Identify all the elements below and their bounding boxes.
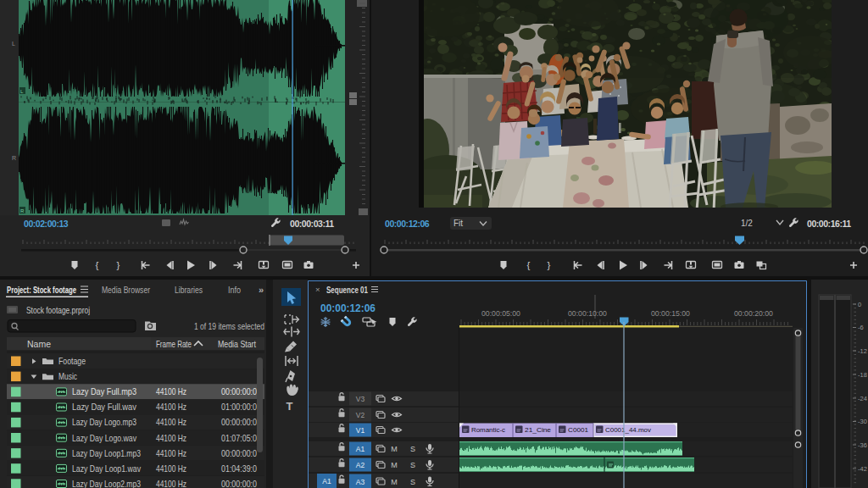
svg-text:M: M: [391, 478, 398, 486]
svg-text:Media Start: Media Start: [218, 339, 256, 349]
svg-text:}: }: [116, 260, 120, 270]
svg-text:»: »: [259, 285, 264, 295]
svg-text:01:00:00:0: 01:00:00:0: [221, 402, 257, 412]
svg-text:T: T: [287, 400, 293, 413]
svg-text:00:00:15:00: 00:00:15:00: [651, 309, 690, 318]
svg-text:00:00:00:0: 00:00:00:0: [221, 448, 257, 458]
svg-text:V2: V2: [356, 411, 365, 419]
svg-text:A1: A1: [356, 445, 365, 453]
svg-text:21_Cine: 21_Cine: [525, 426, 552, 434]
svg-text:Stock footage.prproj: Stock footage.prproj: [26, 305, 90, 315]
svg-text:Footage: Footage: [58, 356, 86, 366]
svg-text:M: M: [391, 461, 398, 469]
svg-text:Lazy Day Logo.mp3: Lazy Day Logo.mp3: [72, 417, 136, 427]
svg-text:Lazy Day Full.mp3: Lazy Day Full.mp3: [72, 386, 136, 396]
svg-text:-18: -18: [858, 371, 867, 379]
svg-text:Lazy Day Loop2.mp3: Lazy Day Loop2.mp3: [72, 479, 141, 488]
svg-text:00:00:12:06: 00:00:12:06: [320, 302, 376, 314]
svg-text:A1: A1: [322, 477, 331, 485]
svg-text:C0001: C0001: [568, 426, 589, 434]
svg-text:44100 Hz: 44100 Hz: [156, 463, 186, 474]
svg-text:-12: -12: [858, 347, 867, 355]
svg-text:Lazy Day Loop1.wav: Lazy Day Loop1.wav: [72, 463, 142, 474]
svg-text:Lazy Day Logo.wav: Lazy Day Logo.wav: [72, 433, 137, 443]
svg-text:00:00:10:00: 00:00:10:00: [568, 309, 607, 318]
svg-text:-36: -36: [858, 441, 867, 449]
svg-text:×: ×: [315, 285, 320, 294]
svg-text:Lazy Day Loop1.mp3: Lazy Day Loop1.mp3: [72, 448, 141, 458]
svg-text:-6: -6: [858, 324, 864, 331]
svg-text:01:04:39:0: 01:04:39:0: [221, 463, 257, 474]
svg-text:44100 Hz: 44100 Hz: [156, 386, 186, 396]
svg-text:Sequence 01: Sequence 01: [326, 286, 368, 295]
svg-text:00:00:00:0: 00:00:00:0: [221, 417, 257, 427]
svg-text:00:00:20:00: 00:00:20:00: [734, 309, 773, 318]
svg-text:-24: -24: [858, 395, 867, 402]
svg-text:{: {: [526, 260, 530, 270]
svg-text:A2: A2: [356, 461, 365, 469]
svg-text:Project: Stock footage: Project: Stock footage: [7, 285, 76, 295]
svg-text:00:00:00:0: 00:00:00:0: [221, 479, 257, 488]
svg-text:00:00:00:0: 00:00:00:0: [221, 386, 257, 396]
svg-text:44100 Hz: 44100 Hz: [156, 479, 186, 488]
svg-text:S: S: [410, 445, 415, 453]
svg-text:V3: V3: [356, 395, 365, 403]
svg-text:C0001_44.mov: C0001_44.mov: [605, 426, 651, 434]
svg-text:Libraries: Libraries: [175, 285, 203, 295]
svg-text:44100 Hz: 44100 Hz: [156, 448, 186, 458]
svg-text:Frame Rate: Frame Rate: [156, 339, 192, 349]
svg-text:S: S: [410, 461, 415, 469]
svg-text:Info: Info: [228, 285, 241, 295]
svg-text:Music: Music: [58, 371, 77, 381]
svg-text:Media Browser: Media Browser: [102, 285, 150, 295]
svg-text:01:07:05:0: 01:07:05:0: [221, 433, 257, 443]
svg-text:44100 Hz: 44100 Hz: [156, 433, 186, 443]
svg-text:Lazy Day Full.wav: Lazy Day Full.wav: [72, 402, 137, 412]
svg-text:A3: A3: [356, 478, 365, 486]
svg-text:Name: Name: [27, 339, 51, 349]
svg-text:44100 Hz: 44100 Hz: [156, 402, 186, 412]
svg-text:M: M: [391, 445, 398, 453]
svg-text:{: {: [95, 260, 98, 270]
svg-text:44100 Hz: 44100 Hz: [156, 417, 186, 427]
svg-text:-30: -30: [858, 418, 867, 425]
svg-text:-42: -42: [858, 465, 867, 473]
svg-text:Romantic-c: Romantic-c: [471, 426, 505, 434]
svg-text:S: S: [410, 478, 415, 486]
svg-text:V1: V1: [356, 426, 365, 435]
svg-text:0: 0: [858, 301, 861, 308]
svg-text:1 of 19 items selected: 1 of 19 items selected: [194, 322, 264, 331]
svg-text:00:00:05:00: 00:00:05:00: [481, 309, 520, 318]
svg-text:}: }: [547, 260, 550, 270]
